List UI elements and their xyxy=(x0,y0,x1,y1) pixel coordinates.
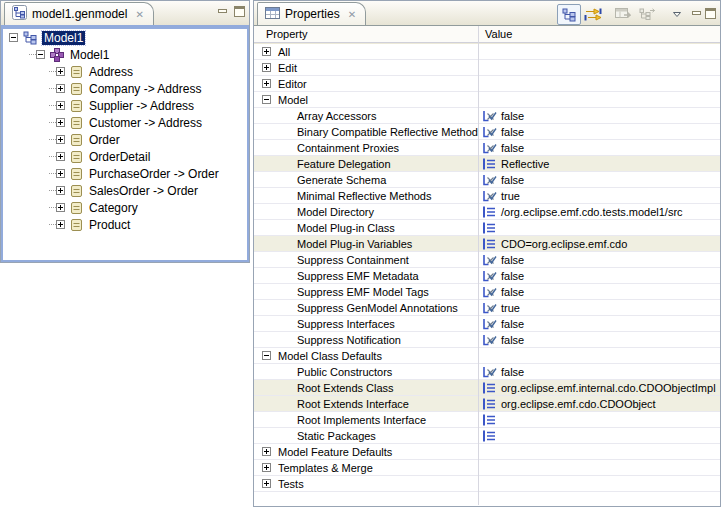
column-header-value[interactable]: Value xyxy=(485,28,512,40)
expand-icon[interactable] xyxy=(262,447,271,456)
category-row[interactable]: Model Class Defaults xyxy=(254,348,720,364)
property-name-cell: Editor xyxy=(254,76,478,91)
expand-icon[interactable] xyxy=(56,203,65,212)
property-row[interactable]: Suppress Containment false xyxy=(254,252,720,268)
property-row[interactable]: Static Packages xyxy=(254,428,720,444)
tree-item-model1[interactable]: Model1 xyxy=(3,29,247,46)
column-divider[interactable] xyxy=(478,26,479,505)
property-value[interactable]: false xyxy=(501,334,524,346)
property-name-cell: Root Extends Interface xyxy=(254,396,478,411)
tree-item-supplier-address[interactable]: Supplier -> Address xyxy=(3,97,247,114)
property-value[interactable]: false xyxy=(501,110,524,122)
property-row[interactable]: Suppress GenModel Annotations true xyxy=(254,300,720,316)
property-value-cell xyxy=(478,220,720,235)
property-value[interactable]: CDO=org.eclipse.emf.cdo xyxy=(501,238,627,250)
property-row[interactable]: Root Extends Interface org.eclipse.emf.c… xyxy=(254,396,720,412)
property-value[interactable]: /org.eclipse.emf.cdo.tests.model1/src xyxy=(501,206,683,218)
restore-default-value-button[interactable] xyxy=(611,4,635,25)
expand-icon[interactable] xyxy=(56,118,65,127)
collapse-icon[interactable] xyxy=(262,351,271,360)
category-row[interactable]: All xyxy=(254,44,720,60)
property-value[interactable]: Reflective xyxy=(501,158,549,170)
tab-properties[interactable]: Properties ✕ xyxy=(257,2,366,25)
column-header-property[interactable]: Property xyxy=(266,28,308,40)
minimize-icon[interactable] xyxy=(692,9,702,21)
collapse-icon[interactable] xyxy=(9,33,18,42)
property-row[interactable]: Minimal Reflective Methods true xyxy=(254,188,720,204)
expand-icon[interactable] xyxy=(56,169,65,178)
tree-item-company-address[interactable]: Company -> Address xyxy=(3,80,247,97)
property-value[interactable]: true xyxy=(501,190,520,202)
category-row[interactable]: Tests xyxy=(254,476,720,492)
property-name-cell: Public Constructors xyxy=(254,364,478,379)
property-row[interactable]: Binary Compatible Reflective Methods fal… xyxy=(254,124,720,140)
tree-item-model1[interactable]: Model1 xyxy=(3,46,247,63)
expand-icon[interactable] xyxy=(262,79,271,88)
property-value[interactable]: org.eclipse.emf.cdo.CDOObject xyxy=(501,398,656,410)
maximize-icon[interactable] xyxy=(234,6,245,19)
property-value[interactable]: false xyxy=(501,254,524,266)
property-value[interactable]: false xyxy=(501,366,524,378)
property-row[interactable]: Public Constructors false xyxy=(254,364,720,380)
expand-icon[interactable] xyxy=(262,463,271,472)
maximize-icon[interactable] xyxy=(705,8,716,21)
expand-icon[interactable] xyxy=(56,220,65,229)
tree-item-customer-address[interactable]: Customer -> Address xyxy=(3,114,247,131)
property-value[interactable]: false xyxy=(501,174,524,186)
expand-icon[interactable] xyxy=(56,135,65,144)
property-row[interactable]: Suppress EMF Metadata false xyxy=(254,268,720,284)
expand-icon[interactable] xyxy=(262,47,271,56)
property-row[interactable]: Array Accessors false xyxy=(254,108,720,124)
property-value[interactable]: false xyxy=(501,318,524,330)
expand-icon[interactable] xyxy=(56,101,65,110)
show-categories-button[interactable] xyxy=(557,4,581,25)
show-advanced-properties-button[interactable] xyxy=(581,4,605,25)
property-row[interactable]: Suppress EMF Model Tags false xyxy=(254,284,720,300)
expand-icon[interactable] xyxy=(56,67,65,76)
tree-item-orderdetail[interactable]: OrderDetail xyxy=(3,148,247,165)
category-row[interactable]: Model Feature Defaults xyxy=(254,444,720,460)
epackage-icon xyxy=(50,48,64,62)
property-row[interactable]: Containment Proxies false xyxy=(254,140,720,156)
expand-icon[interactable] xyxy=(262,479,271,488)
property-value-cell xyxy=(478,460,720,475)
expand-icon[interactable] xyxy=(262,63,271,72)
property-row[interactable]: Suppress Notification false xyxy=(254,332,720,348)
close-icon[interactable]: ✕ xyxy=(135,9,143,20)
property-row[interactable]: Model Plug-in Variables CDO=org.eclipse.… xyxy=(254,236,720,252)
tab-model1-genmodel[interactable]: model1.genmodel ✕ xyxy=(4,2,154,25)
property-row[interactable]: Suppress Interfaces false xyxy=(254,316,720,332)
collapse-icon[interactable] xyxy=(262,95,271,104)
expand-icon[interactable] xyxy=(56,186,65,195)
property-value[interactable]: false xyxy=(501,142,524,154)
property-value[interactable]: true xyxy=(501,302,520,314)
property-value[interactable]: false xyxy=(501,286,524,298)
close-icon[interactable]: ✕ xyxy=(348,9,356,20)
property-row[interactable]: Feature Delegation Reflective xyxy=(254,156,720,172)
property-row[interactable]: Model Directory /org.eclipse.emf.cdo.tes… xyxy=(254,204,720,220)
property-value[interactable]: org.eclipse.emf.internal.cdo.CDOObjectIm… xyxy=(501,382,716,394)
property-row[interactable]: Generate Schema false xyxy=(254,172,720,188)
tree-item-address[interactable]: Address xyxy=(3,63,247,80)
property-row[interactable]: Root Extends Class org.eclipse.emf.inter… xyxy=(254,380,720,396)
text-value-icon xyxy=(482,382,497,394)
property-value[interactable]: false xyxy=(501,126,524,138)
expand-icon[interactable] xyxy=(56,152,65,161)
collapse-icon[interactable] xyxy=(36,50,45,59)
category-row[interactable]: Templates & Merge xyxy=(254,460,720,476)
tree-item-purchaseorder-order[interactable]: PurchaseOrder -> Order xyxy=(3,165,247,182)
property-value[interactable]: false xyxy=(501,270,524,282)
expand-icon[interactable] xyxy=(56,84,65,93)
tree-item-order[interactable]: Order xyxy=(3,131,247,148)
tree-item-product[interactable]: Product xyxy=(3,216,247,233)
property-row[interactable]: Model Plug-in Class xyxy=(254,220,720,236)
category-row[interactable]: Editor xyxy=(254,76,720,92)
pin-to-selection-button[interactable] xyxy=(635,4,659,25)
category-row[interactable]: Model xyxy=(254,92,720,108)
minimize-icon[interactable] xyxy=(218,7,228,19)
tree-item-salesorder-order[interactable]: SalesOrder -> Order xyxy=(3,182,247,199)
category-row[interactable]: Edit xyxy=(254,60,720,76)
property-row[interactable]: Root Implements Interface xyxy=(254,412,720,428)
view-menu-button[interactable] xyxy=(665,4,689,25)
tree-item-category[interactable]: Category xyxy=(3,199,247,216)
